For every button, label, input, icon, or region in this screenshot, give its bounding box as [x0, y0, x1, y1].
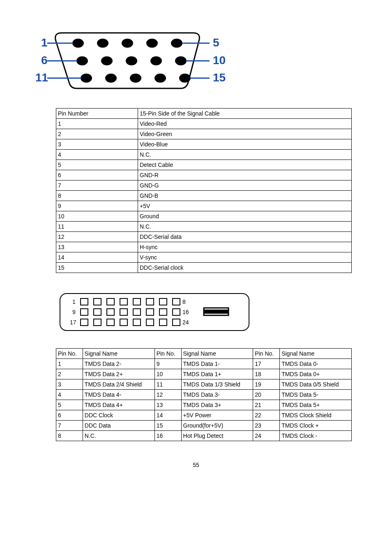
- table-row: 7DDC Data15Ground(for+5V)23TMDS Clock +: [56, 421, 352, 431]
- table-header: Pin Number 15-Pin Side of the Signal Cab…: [56, 109, 352, 119]
- header-pin3: Pin No.: [253, 349, 280, 359]
- table-row: 14V-sync: [56, 252, 352, 263]
- table-header: Pin No. Signal Name Pin No. Signal Name …: [56, 349, 352, 359]
- pin-cell: 7: [56, 421, 83, 431]
- pin-cell: 11: [154, 379, 181, 390]
- desc-cell: N.C.: [138, 222, 352, 232]
- sig-cell: TMDS Data 3+: [181, 400, 253, 410]
- desc-cell: Video-Red: [138, 119, 352, 129]
- desc-cell: DDC-Serial clock: [138, 263, 352, 273]
- sig-cell: TMDS Data 1-: [181, 359, 253, 369]
- header-pin2: Pin No.: [154, 349, 181, 359]
- table-row: 9+5V: [56, 201, 352, 211]
- svg-point-4: [171, 39, 182, 48]
- pin-cell: 12: [56, 232, 138, 242]
- pin-label-17: 17: [70, 319, 76, 326]
- desc-cell: GND-G: [138, 180, 352, 191]
- header-pin1: Pin No.: [56, 349, 83, 359]
- sig-cell: TMDS Data 5-: [280, 390, 352, 400]
- table-row: 8N.C.16Hot Plug Detect24TMDS Clock -: [56, 431, 352, 441]
- sig-cell: +5V Power: [181, 410, 253, 421]
- pin-cell: 14: [56, 252, 138, 263]
- svg-point-3: [146, 39, 158, 48]
- svg-rect-36: [159, 309, 167, 315]
- pin-cell: 10: [56, 211, 138, 222]
- pin-cell: 9: [154, 359, 181, 369]
- pin-label-5: 5: [213, 36, 219, 49]
- svg-rect-28: [159, 298, 167, 305]
- svg-rect-47: [204, 310, 228, 314]
- pin-cell: 10: [154, 369, 181, 379]
- svg-rect-30: [81, 309, 88, 315]
- desc-cell: H-sync: [138, 242, 352, 252]
- dvi-connector-diagram: 1 9 17 8 16 24: [16, 289, 376, 336]
- svg-rect-26: [133, 298, 141, 305]
- table-row: 13H-sync: [56, 242, 352, 252]
- desc-cell: Video-Green: [138, 129, 352, 139]
- sig-cell: TMDS Data 0/5 Shield: [280, 379, 352, 390]
- svg-point-13: [154, 74, 166, 83]
- desc-cell: GND-R: [138, 170, 352, 180]
- sig-cell: TMDS Clock Shield: [280, 410, 352, 421]
- sig-cell: TMDS Clock -: [280, 431, 352, 441]
- pin-cell: 22: [253, 410, 280, 421]
- desc-cell: V-sync: [138, 252, 352, 263]
- sig-cell: TMDS Data 0+: [280, 369, 352, 379]
- pin-cell: 12: [154, 390, 181, 400]
- pin-cell: 1: [56, 119, 138, 129]
- table-row: 8GND-B: [56, 191, 352, 201]
- table-row: 12DDC-Serial data: [56, 232, 352, 242]
- pin-label-9: 9: [72, 309, 76, 315]
- table-row: 1Video-Red: [56, 119, 352, 129]
- svg-rect-39: [94, 319, 101, 326]
- pin-cell: 2: [56, 369, 83, 379]
- pin-cell: 8: [56, 191, 138, 201]
- table-row: 1TMDS Data 2-9TMDS Data 1-17TMDS Data 0-: [56, 359, 352, 369]
- svg-point-9: [175, 56, 187, 65]
- svg-rect-23: [94, 298, 101, 305]
- sig-cell: TMDS Data 2-: [83, 359, 154, 369]
- svg-point-12: [130, 74, 141, 83]
- pin-cell: 15: [154, 421, 181, 431]
- svg-point-11: [105, 74, 117, 83]
- pin-label-11: 11: [35, 71, 48, 84]
- pin-label-1: 1: [72, 298, 76, 305]
- desc-cell: GND-B: [138, 191, 352, 201]
- header-pin: Pin Number: [56, 109, 138, 119]
- pin-cell: 14: [154, 410, 181, 421]
- sig-cell: Hot Plug Detect: [181, 431, 253, 441]
- desc-cell: +5V: [138, 201, 352, 211]
- pin-cell: 20: [253, 390, 280, 400]
- desc-cell: Detect Cable: [138, 160, 352, 170]
- pin-label-16: 16: [182, 309, 189, 315]
- sig-cell: TMDS Data 3-: [181, 390, 253, 400]
- pin-cell: 1: [56, 359, 83, 369]
- svg-rect-44: [159, 319, 167, 326]
- svg-rect-43: [146, 319, 154, 326]
- header-desc: 15-Pin Side of the Signal Cable: [138, 109, 352, 119]
- sig-cell: TMDS Data 4-: [83, 390, 154, 400]
- table-row: 6GND-R: [56, 170, 352, 180]
- sig-cell: TMDS Data 1+: [181, 369, 253, 379]
- sig-cell: Ground(for+5V): [181, 421, 253, 431]
- pin-cell: 3: [56, 379, 83, 390]
- sig-cell: TMDS Data 5+: [280, 400, 352, 410]
- svg-point-8: [150, 56, 162, 65]
- svg-rect-32: [107, 309, 114, 315]
- svg-rect-45: [173, 319, 180, 326]
- pin-cell: 13: [56, 242, 138, 252]
- svg-rect-33: [120, 309, 127, 315]
- table-row: 6DDC Clock14+5V Power22TMDS Clock Shield: [56, 410, 352, 421]
- table-row: 4TMDS Data 4-12TMDS Data 3-20TMDS Data 5…: [56, 390, 352, 400]
- desc-cell: Video-Blue: [138, 139, 352, 150]
- vga-pin-table: Pin Number 15-Pin Side of the Signal Cab…: [56, 108, 352, 273]
- pin-label-10: 10: [213, 54, 226, 67]
- pin-cell: 17: [253, 359, 280, 369]
- svg-point-10: [81, 74, 92, 83]
- sig-cell: DDC Data: [83, 421, 154, 431]
- pin-label-6: 6: [41, 54, 48, 67]
- pin-cell: 7: [56, 180, 138, 191]
- svg-rect-40: [107, 319, 114, 326]
- pin-cell: 13: [154, 400, 181, 410]
- svg-point-14: [179, 74, 191, 83]
